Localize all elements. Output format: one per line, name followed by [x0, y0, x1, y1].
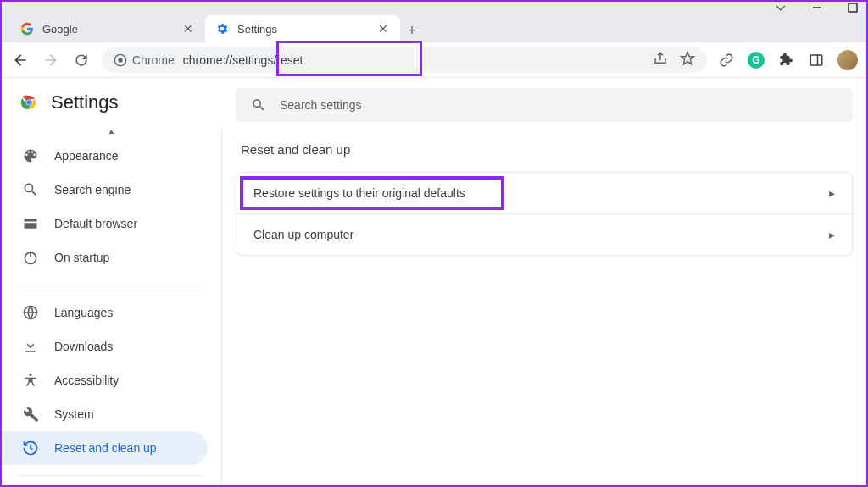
sidebar-item-reset[interactable]: Reset and clean up [2, 431, 208, 465]
chrome-logo-icon [19, 92, 39, 113]
sidebar-nav[interactable]: ▲ Appearance Search engine Default brows… [2, 127, 222, 487]
svg-rect-4 [810, 55, 822, 65]
sidebar-item-languages[interactable]: Languages [2, 296, 208, 329]
search-settings-input[interactable]: Search settings [236, 88, 853, 122]
main-content: Search settings Reset and clean up Resto… [222, 78, 866, 487]
sidebar-item-label: On startup [54, 251, 109, 264]
search-icon [22, 181, 39, 198]
row-label: Restore settings to their original defau… [253, 186, 465, 200]
site-info-icon[interactable]: Chrome [114, 53, 175, 67]
reload-button[interactable] [71, 50, 92, 70]
sidebar-item-appearance[interactable]: Appearance [2, 139, 208, 173]
settings-header: Settings [2, 78, 222, 127]
chevron-right-icon: ▸ [829, 186, 835, 200]
tab-google[interactable]: Google ✕ [10, 15, 205, 42]
sidebar: Settings ▲ Appearance Search engine Defa… [2, 78, 222, 487]
window-titlebar [2, 2, 866, 14]
grammarly-extension-icon[interactable]: G [748, 52, 765, 69]
nav-divider [19, 285, 204, 285]
profile-avatar[interactable] [837, 50, 858, 70]
sidebar-item-label: Appearance [54, 149, 119, 163]
sidepanel-icon[interactable] [807, 51, 826, 69]
page-title: Settings [51, 91, 119, 113]
tab-title: Settings [237, 23, 368, 36]
extension-icons: G [717, 50, 858, 70]
url-text: chrome://settings/reset [183, 53, 303, 67]
search-placeholder: Search settings [280, 98, 362, 112]
browser-toolbar: Chrome chrome://settings/reset G [2, 42, 866, 78]
browser-icon [22, 215, 39, 232]
scroll-up-icon: ▲ [2, 127, 221, 136]
back-button[interactable] [10, 50, 31, 70]
section-title: Reset and clean up [241, 142, 853, 157]
sidebar-item-label: System [54, 407, 94, 421]
sidebar-item-on-startup[interactable]: On startup [2, 241, 208, 274]
google-favicon-icon [20, 22, 34, 36]
wrench-icon [22, 406, 39, 423]
sidebar-item-downloads[interactable]: Downloads [2, 329, 208, 363]
new-tab-button[interactable]: + [400, 19, 424, 42]
tab-settings[interactable]: Settings ✕ [205, 15, 400, 42]
chevron-right-icon: ▸ [829, 228, 835, 241]
window-minimize-icon[interactable] [812, 3, 822, 13]
search-icon [251, 97, 266, 113]
bookmark-icon[interactable] [680, 51, 695, 69]
extensions-icon[interactable] [776, 51, 795, 69]
sidebar-item-label: Default browser [54, 217, 137, 230]
share-icon[interactable] [653, 51, 668, 69]
svg-point-12 [29, 374, 31, 376]
power-icon [22, 249, 39, 266]
sidebar-item-label: Downloads [54, 340, 113, 353]
restore-defaults-row[interactable]: Restore settings to their original defau… [236, 173, 852, 213]
nav-divider [19, 475, 204, 476]
close-icon[interactable]: ✕ [181, 22, 195, 36]
sidebar-item-label: Languages [54, 306, 113, 319]
settings-favicon-icon [215, 22, 229, 36]
sidebar-item-label: Accessibility [54, 374, 119, 387]
sidebar-item-label: Search engine [54, 183, 131, 196]
svg-point-3 [118, 58, 122, 62]
row-label: Clean up computer [253, 228, 353, 241]
tab-strip: Google ✕ Settings ✕ + [2, 14, 866, 42]
window-maximize-icon[interactable] [848, 3, 858, 13]
restore-icon [22, 440, 39, 457]
sidebar-item-system[interactable]: System [2, 397, 208, 431]
tab-title: Google [42, 23, 173, 36]
palette-icon [22, 147, 39, 164]
reset-card: Restore settings to their original defau… [236, 172, 853, 256]
window-chevron-icon[interactable] [775, 3, 787, 12]
forward-button[interactable] [41, 50, 61, 70]
svg-point-8 [26, 100, 31, 105]
cleanup-computer-row[interactable]: Clean up computer ▸ [236, 213, 852, 255]
globe-icon [22, 304, 39, 321]
address-bar[interactable]: Chrome chrome://settings/reset [102, 47, 707, 73]
sidebar-item-label: Reset and clean up [54, 441, 157, 455]
close-icon[interactable]: ✕ [376, 22, 390, 36]
sidebar-item-default-browser[interactable]: Default browser [2, 207, 208, 241]
settings-page: Settings ▲ Appearance Search engine Defa… [2, 78, 866, 487]
download-icon [22, 338, 39, 355]
link-extension-icon[interactable] [717, 51, 736, 69]
sidebar-item-accessibility[interactable]: Accessibility [2, 363, 208, 397]
site-label: Chrome [132, 53, 175, 67]
sidebar-item-search-engine[interactable]: Search engine [2, 173, 208, 207]
svg-rect-1 [849, 3, 857, 12]
accessibility-icon [22, 372, 39, 389]
